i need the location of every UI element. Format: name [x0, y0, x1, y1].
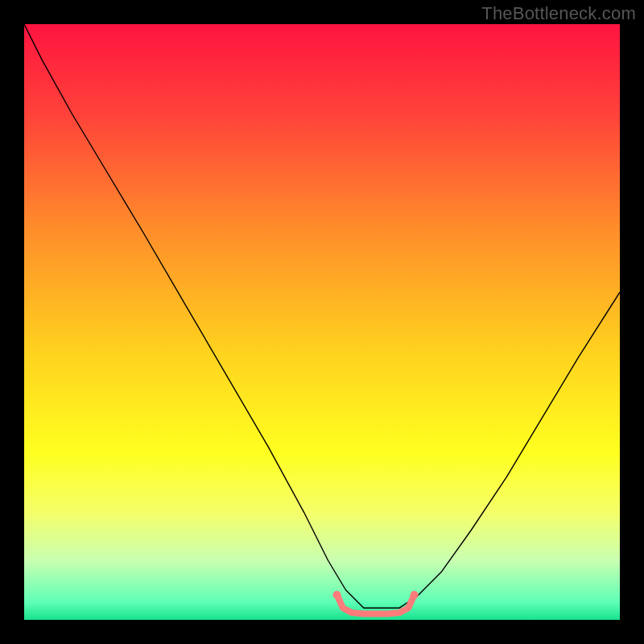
bottleneck-chart [24, 24, 620, 620]
watermark-text: TheBottleneck.com [481, 3, 636, 24]
gradient-background [24, 24, 620, 620]
optimal-range-marker [411, 591, 419, 599]
chart-frame: TheBottleneck.com [0, 0, 644, 644]
optimal-range-marker [333, 591, 341, 599]
